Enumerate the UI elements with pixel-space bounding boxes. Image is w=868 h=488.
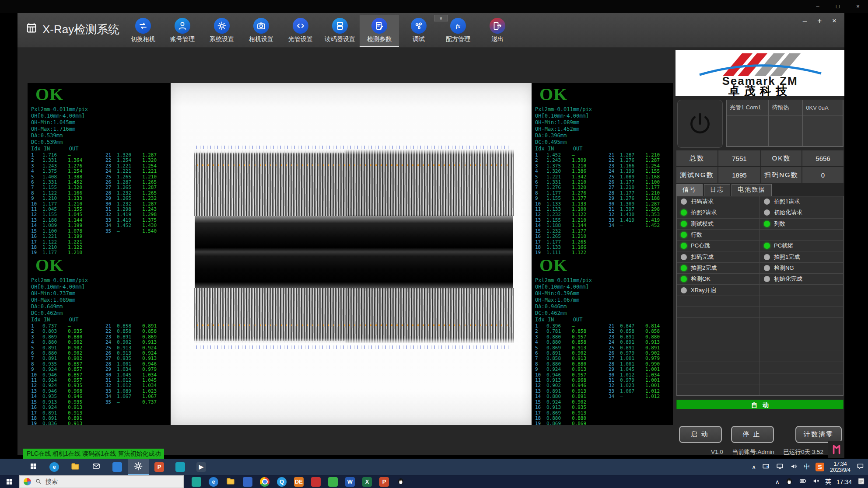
folder-icon[interactable] [226, 476, 235, 488]
signal-indicator-dot [681, 287, 687, 293]
start-button[interactable] [0, 475, 18, 488]
tray-clock[interactable]: 17:342023/9/4 [830, 461, 850, 473]
signal-indicator-dot [764, 221, 770, 227]
mail-icon[interactable] [86, 459, 107, 475]
app-minimize-button[interactable]: – [803, 17, 807, 25]
app-title-text: X-Ray检测系统 [42, 22, 119, 37]
measurement-row: 250.8910.891 [609, 345, 673, 351]
xray-power-button[interactable] [677, 100, 723, 148]
powerpoint-icon[interactable]: P [149, 459, 170, 475]
qq-tray-icon[interactable] [785, 477, 794, 487]
toolbar-item-switch-camera[interactable]: 切换相机 [123, 15, 163, 47]
debug-icon [411, 18, 427, 34]
search-app-icon[interactable]: Q [277, 477, 287, 487]
sticky-notes-icon[interactable] [857, 477, 865, 487]
volume-icon[interactable] [790, 462, 798, 472]
signal-label: 行数 [691, 231, 702, 239]
pink-flag-icon[interactable] [828, 441, 844, 458]
measurement-row: 261.2871.265 [105, 180, 171, 185]
network-monitor-icon[interactable] [776, 462, 784, 472]
side-tabs: 信号日志电池数据 [676, 184, 772, 196]
store-icon[interactable] [107, 459, 128, 475]
toolbar-item-camera[interactable]: 相机设置 [242, 15, 281, 47]
powerpoint-icon[interactable]: P [379, 477, 389, 487]
xray-image-viewport[interactable] [171, 83, 532, 425]
tab-日志[interactable]: 日志 [704, 184, 730, 196]
button-停止[interactable]: 停止 [731, 426, 774, 443]
measurement-row: 291.2651.232 [105, 196, 171, 201]
toolbar-item-reader[interactable]: 读码器设置 [320, 15, 360, 47]
red-app-icon[interactable] [311, 477, 321, 487]
toolbar-item-gear[interactable]: 系统设置 [202, 15, 242, 47]
seamark-logo: Seamark ZM 卓茂科技 [676, 50, 844, 96]
measurement-row: 231.1661.254 [609, 164, 673, 169]
toolbar-item-account[interactable]: 账号管理 [163, 15, 202, 47]
measurement-row: 60.8910.902 [535, 351, 600, 356]
cast-icon[interactable] [762, 462, 770, 472]
os-maximize-button[interactable]: □ [828, 0, 848, 13]
media-player-icon[interactable]: ▶ [191, 459, 212, 475]
language-indicator[interactable]: 英 [825, 478, 831, 486]
measurement-info-line: DA:0.946mm [535, 303, 673, 310]
measurement-row: 111.1331.100 [535, 207, 600, 212]
tab-markers-top [197, 164, 510, 166]
settings-icon[interactable] [128, 459, 149, 475]
measurement-table-header: Idx IN OUT [31, 317, 171, 323]
tray-chevron-up-icon[interactable]: ∧ [752, 464, 756, 471]
edge-browser-icon[interactable]: e [44, 459, 65, 475]
tab-信号[interactable]: 信号 [676, 184, 703, 196]
file-explorer-icon[interactable] [65, 459, 86, 475]
search-input[interactable]: 搜索 [19, 475, 184, 488]
ie-browser-icon[interactable]: e [209, 477, 218, 487]
toolbar-collapse-button[interactable]: ∨ [434, 15, 448, 21]
sogou-ime-icon[interactable]: S [816, 463, 824, 471]
chrome-browser-icon[interactable] [260, 477, 270, 487]
action-center-icon[interactable] [856, 462, 864, 472]
wechat-icon[interactable] [328, 477, 338, 487]
measurement-info-line: DA:0.649mm [31, 303, 171, 310]
measurement-row: 230.8910.880 [609, 335, 673, 340]
volume-muted-icon[interactable] [812, 477, 820, 486]
os-titlebar: –□× [0, 0, 868, 13]
measurement-row: 210.8580.891 [105, 324, 171, 329]
tab-电池数据[interactable]: 电池数据 [732, 184, 772, 196]
button-计数清零[interactable]: 计数清零 [795, 426, 842, 443]
app-icon[interactable] [243, 477, 252, 487]
word-icon[interactable]: W [345, 477, 355, 487]
signal-empty-cell [760, 329, 843, 340]
excel-icon[interactable]: X [362, 477, 372, 487]
qq-icon[interactable] [396, 477, 405, 487]
toolbar-item-code[interactable]: 光管设置 [281, 15, 320, 47]
measurement-table: 11.716–21.3311.36431.2431.27641.3751.254… [31, 153, 171, 254]
start-button[interactable] [23, 459, 44, 475]
app-close-button[interactable]: × [832, 17, 836, 25]
dev-app-icon[interactable]: DE [294, 477, 304, 487]
measurement-table-header: Idx IN OUT [31, 146, 171, 152]
tray-chevron-up-icon[interactable]: ∧ [775, 478, 780, 485]
signal-indicator-dot [681, 199, 687, 205]
inspection-status: OK [539, 256, 673, 275]
app-logo-icon [25, 22, 38, 37]
toolbar-item-exit[interactable]: 退出 [478, 15, 517, 47]
measurement-row: 331.4191.419 [609, 218, 673, 223]
ime-input-indicator[interactable]: 中 [804, 463, 810, 471]
toolbar-item-debug[interactable]: 调试 [399, 15, 438, 47]
button-启动[interactable]: 启动 [679, 426, 722, 443]
measurement-row: 291.0340.979 [105, 367, 171, 372]
measurement-row: 51.2211.342 [535, 174, 600, 180]
os-close-button[interactable]: × [848, 0, 868, 13]
toolbar-item-label: 检测参数 [367, 35, 392, 43]
battery-icon[interactable] [799, 477, 807, 486]
tray-time[interactable]: 17:34 [836, 478, 852, 485]
measurement-info-line: OH-Max:1.452mm [535, 126, 673, 132]
app-maximize-button[interactable]: + [817, 17, 822, 25]
measurement-row: 61.3311.452 [31, 180, 97, 185]
photos-icon[interactable] [170, 459, 191, 475]
toolbar-item-label: 相机设置 [249, 35, 273, 43]
security-app-icon[interactable] [192, 477, 201, 487]
toolbar-item-detect-params[interactable]: 检测参数 [360, 15, 399, 47]
os-minimize-button[interactable]: – [808, 0, 828, 13]
signal-label: 初始化请求 [774, 209, 802, 216]
measurement-row: 260.9790.902 [609, 351, 673, 356]
measurement-row: 171.1771.265 [535, 240, 600, 245]
